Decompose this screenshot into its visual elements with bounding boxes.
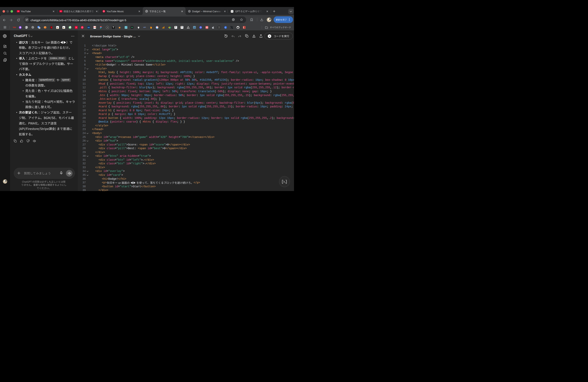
- svg-text:Lab: Lab: [125, 27, 126, 28]
- svg-text:T: T: [181, 26, 183, 28]
- svg-text:a: a: [57, 26, 58, 28]
- svg-text:SBI: SBI: [87, 27, 90, 28]
- svg-text:T: T: [175, 26, 177, 28]
- svg-text:RC: RC: [206, 27, 208, 28]
- svg-text:a: a: [63, 26, 64, 28]
- svg-text:C: C: [225, 26, 226, 29]
